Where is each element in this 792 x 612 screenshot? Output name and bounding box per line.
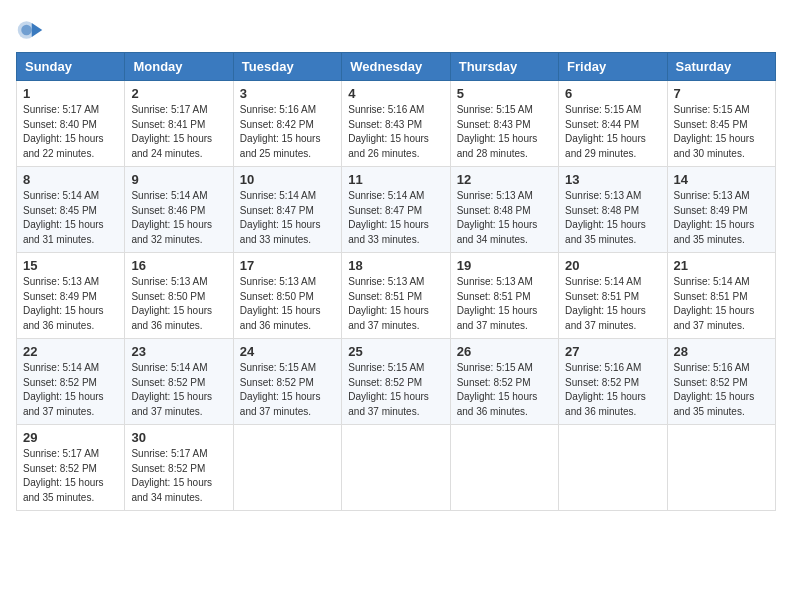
day-number: 21	[674, 258, 769, 273]
weekday-header-thursday: Thursday	[450, 53, 558, 81]
weekday-header-friday: Friday	[559, 53, 667, 81]
calendar-cell: 30Sunrise: 5:17 AM Sunset: 8:52 PM Dayli…	[125, 425, 233, 511]
day-number: 12	[457, 172, 552, 187]
weekday-header-sunday: Sunday	[17, 53, 125, 81]
day-number: 4	[348, 86, 443, 101]
day-info: Sunrise: 5:13 AM Sunset: 8:49 PM Dayligh…	[23, 275, 118, 333]
day-number: 5	[457, 86, 552, 101]
day-number: 9	[131, 172, 226, 187]
calendar-cell: 18Sunrise: 5:13 AM Sunset: 8:51 PM Dayli…	[342, 253, 450, 339]
calendar-cell: 2Sunrise: 5:17 AM Sunset: 8:41 PM Daylig…	[125, 81, 233, 167]
header	[16, 16, 776, 44]
day-info: Sunrise: 5:17 AM Sunset: 8:52 PM Dayligh…	[131, 447, 226, 505]
day-info: Sunrise: 5:13 AM Sunset: 8:49 PM Dayligh…	[674, 189, 769, 247]
day-info: Sunrise: 5:14 AM Sunset: 8:47 PM Dayligh…	[348, 189, 443, 247]
day-number: 28	[674, 344, 769, 359]
day-number: 1	[23, 86, 118, 101]
calendar-cell: 3Sunrise: 5:16 AM Sunset: 8:42 PM Daylig…	[233, 81, 341, 167]
logo	[16, 16, 48, 44]
calendar-cell: 5Sunrise: 5:15 AM Sunset: 8:43 PM Daylig…	[450, 81, 558, 167]
calendar-cell: 13Sunrise: 5:13 AM Sunset: 8:48 PM Dayli…	[559, 167, 667, 253]
calendar-cell: 24Sunrise: 5:15 AM Sunset: 8:52 PM Dayli…	[233, 339, 341, 425]
calendar-cell	[450, 425, 558, 511]
day-info: Sunrise: 5:13 AM Sunset: 8:51 PM Dayligh…	[348, 275, 443, 333]
day-number: 2	[131, 86, 226, 101]
day-info: Sunrise: 5:13 AM Sunset: 8:50 PM Dayligh…	[240, 275, 335, 333]
day-number: 17	[240, 258, 335, 273]
calendar: SundayMondayTuesdayWednesdayThursdayFrid…	[16, 52, 776, 511]
day-info: Sunrise: 5:15 AM Sunset: 8:52 PM Dayligh…	[457, 361, 552, 419]
day-info: Sunrise: 5:13 AM Sunset: 8:51 PM Dayligh…	[457, 275, 552, 333]
day-info: Sunrise: 5:14 AM Sunset: 8:51 PM Dayligh…	[565, 275, 660, 333]
day-info: Sunrise: 5:17 AM Sunset: 8:40 PM Dayligh…	[23, 103, 118, 161]
day-number: 14	[674, 172, 769, 187]
calendar-cell: 12Sunrise: 5:13 AM Sunset: 8:48 PM Dayli…	[450, 167, 558, 253]
day-info: Sunrise: 5:14 AM Sunset: 8:45 PM Dayligh…	[23, 189, 118, 247]
weekday-header-tuesday: Tuesday	[233, 53, 341, 81]
day-number: 24	[240, 344, 335, 359]
calendar-cell: 22Sunrise: 5:14 AM Sunset: 8:52 PM Dayli…	[17, 339, 125, 425]
day-info: Sunrise: 5:15 AM Sunset: 8:45 PM Dayligh…	[674, 103, 769, 161]
day-info: Sunrise: 5:17 AM Sunset: 8:52 PM Dayligh…	[23, 447, 118, 505]
svg-point-1	[21, 25, 32, 36]
day-number: 29	[23, 430, 118, 445]
weekday-header-saturday: Saturday	[667, 53, 775, 81]
calendar-cell: 7Sunrise: 5:15 AM Sunset: 8:45 PM Daylig…	[667, 81, 775, 167]
day-info: Sunrise: 5:14 AM Sunset: 8:47 PM Dayligh…	[240, 189, 335, 247]
calendar-cell: 16Sunrise: 5:13 AM Sunset: 8:50 PM Dayli…	[125, 253, 233, 339]
day-info: Sunrise: 5:13 AM Sunset: 8:48 PM Dayligh…	[565, 189, 660, 247]
calendar-cell: 11Sunrise: 5:14 AM Sunset: 8:47 PM Dayli…	[342, 167, 450, 253]
day-info: Sunrise: 5:16 AM Sunset: 8:43 PM Dayligh…	[348, 103, 443, 161]
day-number: 15	[23, 258, 118, 273]
day-number: 23	[131, 344, 226, 359]
calendar-cell: 1Sunrise: 5:17 AM Sunset: 8:40 PM Daylig…	[17, 81, 125, 167]
calendar-cell: 10Sunrise: 5:14 AM Sunset: 8:47 PM Dayli…	[233, 167, 341, 253]
weekday-header-wednesday: Wednesday	[342, 53, 450, 81]
calendar-cell: 20Sunrise: 5:14 AM Sunset: 8:51 PM Dayli…	[559, 253, 667, 339]
svg-marker-2	[32, 23, 43, 37]
day-info: Sunrise: 5:15 AM Sunset: 8:44 PM Dayligh…	[565, 103, 660, 161]
calendar-week-row: 29Sunrise: 5:17 AM Sunset: 8:52 PM Dayli…	[17, 425, 776, 511]
calendar-cell: 8Sunrise: 5:14 AM Sunset: 8:45 PM Daylig…	[17, 167, 125, 253]
day-info: Sunrise: 5:15 AM Sunset: 8:52 PM Dayligh…	[348, 361, 443, 419]
calendar-cell	[667, 425, 775, 511]
calendar-cell: 6Sunrise: 5:15 AM Sunset: 8:44 PM Daylig…	[559, 81, 667, 167]
day-number: 25	[348, 344, 443, 359]
day-info: Sunrise: 5:14 AM Sunset: 8:46 PM Dayligh…	[131, 189, 226, 247]
day-number: 18	[348, 258, 443, 273]
calendar-week-row: 15Sunrise: 5:13 AM Sunset: 8:49 PM Dayli…	[17, 253, 776, 339]
calendar-cell: 25Sunrise: 5:15 AM Sunset: 8:52 PM Dayli…	[342, 339, 450, 425]
day-number: 30	[131, 430, 226, 445]
day-info: Sunrise: 5:13 AM Sunset: 8:50 PM Dayligh…	[131, 275, 226, 333]
calendar-week-row: 22Sunrise: 5:14 AM Sunset: 8:52 PM Dayli…	[17, 339, 776, 425]
day-number: 22	[23, 344, 118, 359]
day-number: 19	[457, 258, 552, 273]
calendar-cell	[342, 425, 450, 511]
day-number: 11	[348, 172, 443, 187]
day-info: Sunrise: 5:13 AM Sunset: 8:48 PM Dayligh…	[457, 189, 552, 247]
day-number: 10	[240, 172, 335, 187]
calendar-cell: 29Sunrise: 5:17 AM Sunset: 8:52 PM Dayli…	[17, 425, 125, 511]
day-info: Sunrise: 5:16 AM Sunset: 8:52 PM Dayligh…	[674, 361, 769, 419]
day-info: Sunrise: 5:14 AM Sunset: 8:52 PM Dayligh…	[131, 361, 226, 419]
day-number: 26	[457, 344, 552, 359]
calendar-cell: 19Sunrise: 5:13 AM Sunset: 8:51 PM Dayli…	[450, 253, 558, 339]
day-number: 27	[565, 344, 660, 359]
calendar-week-row: 1Sunrise: 5:17 AM Sunset: 8:40 PM Daylig…	[17, 81, 776, 167]
day-info: Sunrise: 5:17 AM Sunset: 8:41 PM Dayligh…	[131, 103, 226, 161]
calendar-cell: 17Sunrise: 5:13 AM Sunset: 8:50 PM Dayli…	[233, 253, 341, 339]
day-number: 20	[565, 258, 660, 273]
day-info: Sunrise: 5:16 AM Sunset: 8:42 PM Dayligh…	[240, 103, 335, 161]
calendar-week-row: 8Sunrise: 5:14 AM Sunset: 8:45 PM Daylig…	[17, 167, 776, 253]
weekday-header-row: SundayMondayTuesdayWednesdayThursdayFrid…	[17, 53, 776, 81]
day-info: Sunrise: 5:14 AM Sunset: 8:51 PM Dayligh…	[674, 275, 769, 333]
day-info: Sunrise: 5:15 AM Sunset: 8:52 PM Dayligh…	[240, 361, 335, 419]
calendar-cell: 28Sunrise: 5:16 AM Sunset: 8:52 PM Dayli…	[667, 339, 775, 425]
calendar-cell: 14Sunrise: 5:13 AM Sunset: 8:49 PM Dayli…	[667, 167, 775, 253]
logo-icon	[16, 16, 44, 44]
calendar-cell	[233, 425, 341, 511]
day-number: 7	[674, 86, 769, 101]
calendar-cell: 9Sunrise: 5:14 AM Sunset: 8:46 PM Daylig…	[125, 167, 233, 253]
calendar-cell: 15Sunrise: 5:13 AM Sunset: 8:49 PM Dayli…	[17, 253, 125, 339]
calendar-cell: 27Sunrise: 5:16 AM Sunset: 8:52 PM Dayli…	[559, 339, 667, 425]
